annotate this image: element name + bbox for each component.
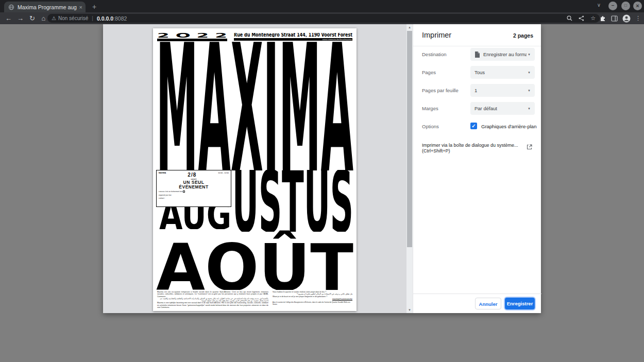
scrollbar-down-icon[interactable]: ▼ [406,308,413,312]
forward-icon[interactable]: → [16,14,25,23]
margins-caret-icon: ▼ [528,107,531,110]
print-dialog: 2 O 2 2 Rue du Montenegro Straat 144, 11… [103,24,541,313]
extensions-puzzle-icon[interactable] [600,15,606,22]
pages-dropdown[interactable]: Tous ▼ [470,66,535,79]
event-date: 2/8 [188,172,196,178]
options-label: Options [422,124,439,129]
event-time: 10:00 - 12:00 [218,172,229,174]
new-tab-button[interactable]: + [90,2,99,11]
event-title-line2: ÉVÉNEMENT [159,185,229,189]
pages-per-sheet-label: Pages par feuille [422,88,459,93]
poster-word-aout: AOÛT [156,229,353,290]
poster-footer: Maxima est une occupation temporaire à f… [157,291,352,308]
poster-header: 2 O 2 2 Rue du Montenegro Straat 144, 11… [157,33,352,41]
share-icon[interactable] [579,15,584,21]
footer-ar: ماكسيما هي مدينة مؤقتة ذات غاية اجتماعية… [157,298,268,302]
browser-toolbar: ← → ↻ ⌂ ⚠ Non sécurisé | 0.0.0.0 :8082 ☆ [0,12,644,24]
external-link-icon [527,144,532,150]
address-bar[interactable]: ⚠ Non sécurisé | 0.0.0.0 :8082 ☆ [47,14,600,23]
print-settings-panel: Imprimer 2 pages Destination Enregistrer… [413,24,541,313]
print-preview-page: 2 O 2 2 Rue du Montenegro Straat 144, 11… [153,28,357,311]
dialog-footer: Annuler Enregistrer [413,294,541,313]
event-desc: coucou c'est un événement test [159,191,182,193]
print-preview-pane: 2 O 2 2 Rue du Montenegro Straat 144, 11… [103,24,413,313]
destination-dropdown[interactable]: Enregistrer au format PDF ▼ [470,48,535,61]
svg-text:Rue du Montenegro Straat 144,: Rue du Montenegro Straat 144, 1190 Voors… [234,33,352,37]
background-graphics-label: Graphiques d'arrière-plan [481,124,536,129]
poster-url: www.communa.be/lieux/maxima [323,38,352,41]
scrollbar-up-icon[interactable]: ▲ [406,26,413,29]
pdf-file-icon [474,51,480,58]
not-secure-warning-icon: ⚠ [52,15,56,21]
poster-word-ustus: USTUS [232,170,353,232]
svg-text:AOÛT: AOÛT [156,230,353,290]
poster-middle: USTUS AUG AOÛT MAXIMA 2/8 10:00 - 12:00 … [156,170,353,291]
menu-kebab-icon[interactable]: ⋮ [635,15,641,22]
reload-icon[interactable]: ↻ [28,14,37,23]
address-divider: | [92,15,93,21]
dialog-title: Imprimer [422,31,451,39]
margins-dropdown[interactable]: Par défaut ▼ [470,102,535,115]
svg-text:2 O 2 2: 2 O 2 2 [157,33,227,38]
pages-per-sheet-caret-icon: ▼ [528,89,531,92]
window-close-button[interactable]: × [633,2,642,10]
pages-caret-icon: ▼ [528,71,531,74]
footer-fr: Maxima est une occupation temporaire à f… [157,291,268,298]
poster-year: 2 O 2 2 [157,33,227,38]
pages-per-sheet-value: 1 [474,88,477,93]
svg-text:MAXIMA: MAXIMA [156,42,353,170]
margins-value: Par défaut [474,106,497,111]
footer-email: maxima@communa.be [273,298,352,300]
event-org: MAXIMA [159,172,166,174]
bookmark-star-icon[interactable]: ☆ [590,15,596,22]
system-print-dialog-link[interactable]: Imprimer via la boîte de dialogue du sys… [422,143,525,154]
globe-icon [8,4,14,10]
footer-credit: Avec le soutien du Collège des Bourgmest… [273,301,352,306]
save-button[interactable]: Enregistrer [505,298,535,309]
poster-rule-right: www.communa.be/lieux/maxima [234,38,352,41]
scrollbar-thumb[interactable] [407,31,412,247]
tab-title: Maxima Programme aug [18,4,77,10]
destination-label: Destination [422,51,447,57]
window-minimize-button[interactable]: – [608,2,617,10]
pages-value: Tous [474,70,485,75]
side-panel-icon[interactable] [611,15,618,22]
url-host: 0.0.0.0 [97,15,113,22]
pages-per-sheet-dropdown[interactable]: 1 ▼ [470,84,535,97]
tab-bar: Maxima Programme aug × + ∨ – □ × [0,0,644,12]
back-icon[interactable]: ← [4,14,13,23]
attachment-icon [183,191,185,193]
event-card: MAXIMA 2/8 10:00 - 12:00 concert UN SEUL… [156,170,231,207]
destination-value: Enregistrer au format PDF [483,51,527,57]
poster-title-maxima: MAXIMA [156,42,353,170]
tab-close-icon[interactable]: × [79,4,82,10]
destination-caret-icon: ▼ [528,53,531,56]
background-graphics-checkbox[interactable]: ✓ [470,123,477,129]
checkmark-icon: ✓ [471,123,476,129]
zoom-icon[interactable] [567,15,572,21]
tab-search-chevron-icon[interactable]: ∨ [597,2,601,8]
window-maximize-button[interactable]: □ [621,2,630,10]
footer-right-nl: Woon je in de buurt en wil je een projec… [273,296,352,298]
margins-label: Marges [422,106,438,111]
page-count-badge: 2 pages [513,32,533,39]
profile-avatar[interactable] [622,14,631,23]
footer-nl: Maxima is een tijdelijke bezetting met e… [157,302,268,308]
svg-text:USTUS: USTUS [232,170,353,232]
pages-label: Pages [422,70,436,75]
url-port: :8082 [113,15,127,22]
home-icon[interactable]: ⌂ [39,14,48,23]
poster-address: Rue du Montenegro Straat 144, 1190 Voors… [234,33,352,37]
event-contact: contact : [159,197,229,199]
cancel-button[interactable]: Annuler [475,298,501,309]
browser-tab[interactable]: Maxima Programme aug × [4,2,86,12]
preview-scrollbar[interactable]: ▲ ▼ [406,24,413,313]
poster-rule-left [157,39,227,41]
security-label: Non sécurisé [58,15,88,21]
event-organizer: organisé par moi [159,194,229,196]
